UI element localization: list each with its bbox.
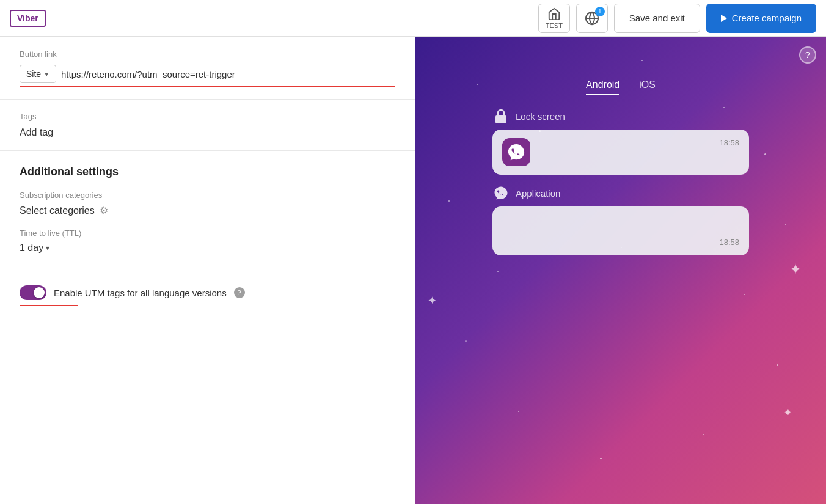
svg-rect-2 <box>495 115 506 123</box>
lock-screen-label: Lock screen <box>516 111 565 122</box>
site-dropdown[interactable]: Site ▼ <box>20 65 56 83</box>
lock-screen-section: Lock screen 18:58 <box>492 108 749 175</box>
select-categories[interactable]: Select categories ⚙ <box>20 205 395 216</box>
test-button[interactable]: TEST <box>538 4 570 33</box>
sparkle-left: ✦ <box>428 294 437 307</box>
preview-tabs: Android iOS <box>586 79 656 95</box>
application-card: 18:58 <box>492 206 749 255</box>
tab-ios[interactable]: iOS <box>639 79 656 95</box>
ttl-label: Time to live (TTL) <box>20 228 395 238</box>
url-input[interactable] <box>61 69 395 79</box>
ttl-field: Time to live (TTL) 1 day ▾ <box>20 228 395 254</box>
tags-label: Tags <box>20 112 395 121</box>
lock-screen-card: 18:58 <box>492 130 749 175</box>
stars-decoration <box>415 37 826 504</box>
button-link-label: Button link <box>20 49 395 59</box>
subscription-label: Subscription categories <box>20 191 395 200</box>
header: Viber TEST 1 Save and exit Create campai… <box>0 0 826 37</box>
ttl-value: 1 day <box>20 243 43 254</box>
additional-settings-title: Additional settings <box>20 166 395 178</box>
button-link-section: Button link Site ▼ <box>0 37 415 100</box>
create-campaign-label: Create campaign <box>732 13 802 23</box>
viber-notification-icon <box>502 138 530 166</box>
lock-icon <box>492 108 510 125</box>
create-campaign-button[interactable]: Create campaign <box>706 4 816 33</box>
ttl-dropdown[interactable]: 1 day ▾ <box>20 243 395 254</box>
utm-toggle-label: Enable UTM tags for all language version… <box>54 288 227 298</box>
tags-section: Tags Add tag <box>0 100 415 151</box>
application-section: Application 18:58 <box>492 184 749 255</box>
header-actions: TEST 1 Save and exit Create campaign <box>538 4 816 33</box>
main-layout: Button link Site ▼ Tags Add tag Addition… <box>0 37 826 504</box>
site-dropdown-label: Site <box>26 69 41 79</box>
ttl-chevron-icon: ▾ <box>46 244 49 252</box>
application-time: 18:58 <box>719 238 739 247</box>
viber-logo: Viber <box>10 10 46 27</box>
globe-button[interactable]: 1 <box>576 4 608 33</box>
left-panel: Button link Site ▼ Tags Add tag Addition… <box>0 37 415 504</box>
help-button[interactable]: ? <box>799 46 816 64</box>
gear-icon: ⚙ <box>100 205 108 216</box>
globe-badge: 1 <box>595 7 605 16</box>
lock-screen-time: 18:58 <box>719 138 739 147</box>
utm-toggle[interactable] <box>20 285 46 300</box>
chevron-down-icon: ▼ <box>43 71 49 78</box>
utm-toggle-row: Enable UTM tags for all language version… <box>20 285 395 300</box>
save-exit-button[interactable]: Save and exit <box>614 4 700 33</box>
additional-settings-section: Additional settings Subscription categor… <box>0 151 415 276</box>
play-icon <box>721 15 727 22</box>
sparkle-bottom-right: ✦ <box>783 405 793 420</box>
button-link-row: Site ▼ <box>20 65 395 87</box>
subscription-categories-field: Subscription categories Select categorie… <box>20 191 395 216</box>
add-tag[interactable]: Add tag <box>20 127 395 138</box>
application-label: Application <box>516 188 560 199</box>
select-categories-label: Select categories <box>20 205 95 216</box>
toggle-underline <box>20 305 78 306</box>
lock-screen-header: Lock screen <box>492 108 749 125</box>
right-panel: ? ✦ ✦ ✦ Android iOS Lock screen <box>415 37 826 504</box>
utm-toggle-section: Enable UTM tags for all language version… <box>0 276 415 318</box>
application-header: Application <box>492 184 749 202</box>
app-viber-icon <box>492 184 510 202</box>
toggle-thumb <box>34 287 45 298</box>
sparkle-right: ✦ <box>789 261 802 278</box>
utm-help-icon[interactable]: ? <box>234 287 245 298</box>
tab-android[interactable]: Android <box>586 79 620 95</box>
test-label: TEST <box>546 22 563 29</box>
